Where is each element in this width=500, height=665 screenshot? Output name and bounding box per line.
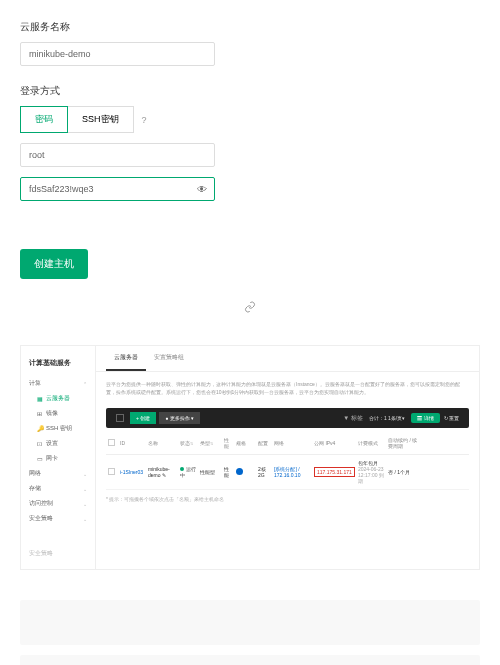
config-icon — [236, 468, 243, 475]
chevron-down-icon: ⌄ — [83, 516, 87, 522]
image-icon: ⊞ — [37, 410, 43, 417]
username-input[interactable] — [20, 143, 215, 167]
placeholder-block — [20, 655, 480, 665]
placeholder-block — [20, 600, 480, 645]
col-op[interactable]: 性能 — [222, 437, 234, 449]
row-public-ip[interactable]: 117.175.31.171 — [312, 467, 356, 477]
row-config-icon[interactable] — [234, 468, 256, 476]
row-network[interactable]: [系统分配] / 172.16.0.10 — [272, 466, 312, 478]
sidebar-group-network[interactable]: 网络⌄ — [27, 466, 89, 481]
status-dot-icon — [180, 467, 184, 471]
header-checkbox[interactable] — [108, 439, 115, 446]
tab-servers[interactable]: 云服务器 — [106, 346, 146, 371]
sidebar-item-images[interactable]: ⊞镜像 — [27, 406, 89, 421]
row-model: 性能 — [222, 466, 234, 478]
row-checkbox[interactable] — [108, 468, 115, 475]
table-note: * 提示：可拖拽各个域依次点击「名额」来给主机命名 — [96, 490, 479, 508]
toolbar-create-button[interactable]: + 创建 — [130, 412, 156, 424]
sidebar-group-compute[interactable]: 计算⌃ — [27, 376, 89, 391]
row-billing: 包年包月2024-06-23 12:17:00 到期 — [356, 460, 386, 484]
tab-placement[interactable]: 安置策略组 — [146, 346, 192, 371]
sidebar-title: 计算基础服务 — [27, 354, 89, 376]
col-status[interactable]: 状态⇅ — [178, 440, 198, 446]
sidebar-group-storage[interactable]: 存储⌄ — [27, 481, 89, 496]
filter-icon[interactable]: ▼ 标签 — [343, 414, 363, 423]
eye-icon[interactable]: 👁 — [197, 184, 207, 195]
col-billing[interactable]: 计费模式 — [356, 440, 386, 446]
service-name-label: 云服务名称 — [20, 20, 480, 34]
server-icon: ▦ — [37, 395, 43, 402]
count-text: 合计：1 1条/页▾ — [369, 415, 405, 421]
col-name[interactable]: 名称 — [146, 440, 178, 446]
toolbar-more-button[interactable]: ● 更多操作 ▾ — [159, 412, 200, 424]
edit-icon[interactable]: ✎ — [162, 472, 166, 478]
sidebar-group-security[interactable]: 安全策略⌄ — [27, 511, 89, 526]
chevron-down-icon: ⌄ — [83, 486, 87, 492]
row-type: 性能型 — [198, 469, 222, 475]
tab-ssh[interactable]: SSH密钥 — [68, 106, 134, 133]
row-auto: 否 / 1个月 — [386, 469, 422, 475]
nic-icon: ▭ — [37, 455, 43, 462]
chevron-down-icon: ⌄ — [83, 501, 87, 507]
sidebar-item-settings[interactable]: ⊡设置 — [27, 436, 89, 451]
row-id[interactable]: i-1SIner03 — [118, 469, 146, 475]
tab-password[interactable]: 密码 — [20, 106, 68, 133]
chevron-down-icon: ⌃ — [83, 381, 87, 387]
detail-button[interactable]: ☰ 详情 — [411, 413, 439, 423]
col-config[interactable]: 配置 — [256, 440, 272, 446]
chevron-down-icon: ⌄ — [83, 471, 87, 477]
col-id[interactable]: ID — [118, 440, 146, 446]
link-icon — [0, 289, 500, 345]
console-screenshot: 计算基础服务 计算⌃ ▦云服务器 ⊞镜像 🔑SSH 密钥 ⊡设置 ▭网卡 网络⌄… — [20, 345, 480, 570]
row-name: minikube-demo ✎ — [146, 466, 178, 478]
toolbar: + 创建 ● 更多操作 ▾ ▼ 标签 合计：1 1条/页▾ ☰ 详情 ↻ 重置 — [106, 408, 469, 428]
col-network[interactable]: 网络 — [272, 440, 312, 446]
sidebar-footer: 安全策略 — [27, 546, 89, 561]
service-name-input[interactable] — [20, 42, 215, 66]
sidebar-group-access[interactable]: 访问控制⌄ — [27, 496, 89, 511]
key-icon: 🔑 — [37, 425, 43, 432]
password-input[interactable] — [20, 177, 215, 201]
sidebar-item-nic[interactable]: ▭网卡 — [27, 451, 89, 466]
table-header: ID 名称 状态⇅ 类型⇅ 性能 规格 配置 网络 公网 IPv4 计费模式 自… — [106, 432, 469, 455]
col-model[interactable]: 规格 — [234, 440, 256, 446]
col-type[interactable]: 类型⇅ — [198, 440, 222, 446]
table-row[interactable]: i-1SIner03 minikube-demo ✎ 运行中 性能型 性能 2核… — [106, 455, 469, 490]
sidebar-item-servers[interactable]: ▦云服务器 — [27, 391, 89, 406]
select-all-checkbox[interactable] — [116, 414, 124, 422]
col-ip[interactable]: 公网 IPv4 — [312, 440, 356, 446]
gear-icon: ⊡ — [37, 440, 43, 447]
col-auto[interactable]: 自动续约 / 续费周期 — [386, 437, 422, 449]
row-spec: 2核2G — [256, 466, 272, 478]
login-method-label: 登录方式 — [20, 84, 480, 98]
row-status: 运行中 — [178, 466, 198, 478]
create-host-button[interactable]: 创建主机 — [20, 249, 88, 279]
description-text: 云平台为您提供一种随时获取、弹性的计算能力，这种计算能力的体现就是云服务器（In… — [96, 372, 479, 404]
help-icon[interactable]: ? — [142, 115, 147, 125]
sidebar-item-ssh[interactable]: 🔑SSH 密钥 — [27, 421, 89, 436]
reset-button[interactable]: ↻ 重置 — [444, 415, 459, 421]
